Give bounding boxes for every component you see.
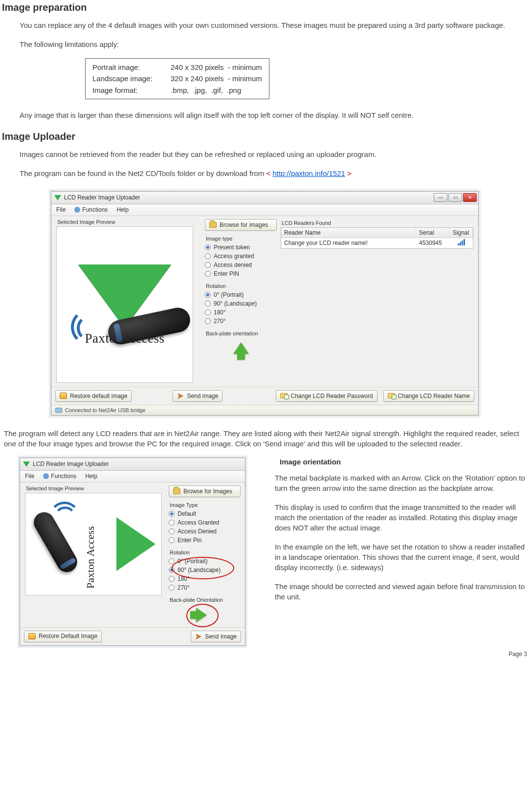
restore-default-button[interactable]: Restore default image [55,390,132,402]
statusbar: Connected to Net2Air USB bridge [51,405,478,415]
uploader-window-2: LCD Reader Image Uploader File Functions… [20,458,245,646]
app-icon [54,195,61,200]
titlebar: LCD Reader Image Uploader — ▭ ✕ [51,192,478,204]
change-name-button[interactable]: Change LCD Reader Name [383,390,474,402]
menu-file[interactable]: File [56,206,66,213]
limit-format-label: Image format: [92,85,171,96]
gear-icon [74,207,80,213]
limit-landscape-val: 320 x 240 pixels - minimum [171,74,262,83]
minimize-button[interactable]: — [434,193,447,202]
col-serial[interactable]: Serial [416,228,449,238]
radio-default[interactable]: Default [169,509,241,518]
radio-rot-90[interactable]: 90° (Landscape) [169,566,241,574]
restore-icon [60,393,67,399]
radio-access-denied[interactable]: Access Denied [169,527,241,536]
restore-icon [28,633,36,639]
backplate-arrow-up-icon [233,342,249,354]
menu-help[interactable]: Help [116,206,129,213]
cell-serial: 4530945 [416,238,449,248]
gear-icon [43,473,49,479]
maximize-button[interactable]: ▭ [448,193,462,202]
send-icon [195,633,202,640]
rotation-label: Rotation [170,549,241,555]
menu-help[interactable]: Help [85,473,97,480]
window-title: LCD Reader Image Uploader [33,461,109,467]
text-upl-3: The program will detect any LCD readers … [4,428,530,449]
orient-p1: The metal backplate is marked with an Ar… [275,473,529,493]
heading-image-preparation: Image preparation [2,2,530,13]
titlebar: LCD Reader Image Uploader [20,458,245,471]
backplate-arrow-right-icon [196,608,207,622]
send-image-button[interactable]: Send image [173,390,222,402]
menu-functions[interactable]: Functions [74,206,108,213]
image-type-label: Image Type [170,502,241,508]
readers-found-label: LCD Readers Found [281,219,473,227]
orient-p3: In the example on the left, we have set … [275,542,529,572]
link-download[interactable]: http://paxton.info/1521 [272,169,345,177]
status-text: Connected to Net2Air USB bridge [65,407,145,413]
menubar: File Functions Help [51,204,478,216]
menu-functions[interactable]: Functions [43,473,76,480]
folder-icon [209,222,217,228]
page-number: Page 3 [2,646,530,659]
backplate-label: Back-plate orientation [206,330,277,336]
browse-button[interactable]: Browse for Images [169,485,241,497]
radio-access-granted[interactable]: Access granted [205,252,277,261]
radio-rot-180[interactable]: 180° [205,308,277,317]
bracket-gt: > [345,169,352,177]
text-prep-3: Any image that is larger than these dime… [20,110,530,120]
close-button[interactable]: ✕ [463,193,477,202]
radio-rot-270[interactable]: 270° [169,583,241,592]
signal-bars-icon [458,240,465,245]
limit-format-val: .bmp, .jpg, .gif, .png [171,86,241,94]
orient-p2: This display is used to confirm that the… [275,502,529,533]
radio-rot-90[interactable]: 90° (Landscape) [205,299,277,308]
radio-rot-0[interactable]: 0° (Portrait) [169,557,241,566]
preview-label: Selected Image Preview [25,484,164,493]
radio-access-denied[interactable]: Access denied [205,261,277,269]
browse-button[interactable]: Browse for images [205,219,277,231]
text-upl-1: Images cannot be retrieved from the read… [20,149,530,159]
text-upl-2: The program can be found in the Net2 CD/… [20,168,530,178]
preview-image-landscape: Paxton Access [25,493,162,595]
radio-rot-180[interactable]: 180° [169,574,241,583]
radio-enter-pin[interactable]: Enter PIN [205,269,277,278]
send-image-button[interactable]: Send Image [191,631,241,642]
app-icon [23,461,30,467]
card-icon [280,393,288,398]
cell-signal [449,238,473,248]
uploader-window-1: LCD Reader Image Uploader — ▭ ✕ File Fun… [51,191,479,416]
limit-portrait-label: Portrait image: [92,62,171,73]
usb-icon [55,408,62,413]
backplate-label: Back-plate Orientation [170,597,241,603]
cell-reader-name: Change your LCD reader name! [281,238,416,248]
heading-image-uploader: Image Uploader [2,131,530,142]
restore-default-button[interactable]: Restore Default Image [24,631,102,642]
menubar: File Functions Help [20,471,245,483]
preview-label: Selected Image Preview [56,218,200,226]
col-reader-name[interactable]: Reader Name [281,228,416,238]
radio-present-token[interactable]: Present token [205,243,277,252]
radio-access-granted[interactable]: Access Granted [169,518,241,527]
col-signal[interactable]: Signal [449,228,473,238]
menu-file[interactable]: File [25,473,34,480]
folder-icon [173,488,180,494]
table-row[interactable]: Change your LCD reader name! 4530945 [281,238,473,248]
window-title: LCD Reader Image Uploader [64,194,140,201]
bracket-lt: < [266,169,272,177]
card-icon [388,393,395,398]
radio-enter-pin[interactable]: Enter Pin [169,536,241,545]
send-icon [177,393,184,399]
paxton-text-rotated: Paxton Access [84,526,97,589]
text-prep-2: The following limitations apply: [20,39,530,49]
paxton-triangle-icon [116,517,155,571]
change-password-button[interactable]: Change LCD Reader Password [276,390,377,402]
rfid-wave-icon [68,310,102,344]
rotation-label: Rotation [206,283,277,289]
radio-rot-0[interactable]: 0° (Portrait) [205,290,277,299]
preview-image: Paxton Access [56,226,193,383]
radio-rot-270[interactable]: 270° [205,317,277,326]
limit-landscape-label: Landscape image: [92,73,171,84]
readers-table: Reader Name Serial Signal Change your LC… [281,227,473,249]
image-type-label: Image type [206,236,277,242]
